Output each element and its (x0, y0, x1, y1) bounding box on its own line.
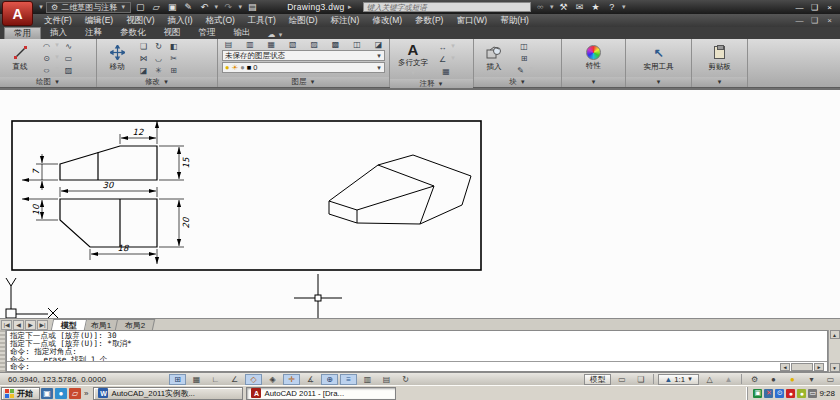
tab-layout2[interactable]: 布局2 (115, 319, 156, 330)
dimension-button[interactable]: ↔ (436, 42, 449, 53)
ribbon-tab-output[interactable]: 输出 (225, 27, 260, 39)
menu-format[interactable]: 格式(O) (206, 15, 235, 27)
annotation-auto-scale-button[interactable]: ▲ (720, 374, 737, 385)
layer-freeze-button[interactable]: ▦ (265, 40, 278, 49)
quick-view-layouts-button[interactable]: ▭ (613, 374, 630, 385)
command-scroll-down-button[interactable]: ▼ (830, 363, 840, 372)
layer-prev-button[interactable]: ◫ (351, 40, 364, 49)
prev-tab-button[interactable]: ◀ (13, 320, 24, 330)
print-button[interactable]: ▤ (245, 1, 259, 13)
application-menu-button[interactable]: A (2, 1, 33, 26)
status-menu-caret-icon[interactable]: ▾ (803, 374, 820, 385)
copy-button[interactable]: ❏ (137, 41, 150, 52)
menu-help[interactable]: 帮助(H) (500, 15, 529, 27)
layer-walk-button[interactable]: ◪ (372, 40, 385, 49)
selection-cycling-toggle[interactable]: ↻ (397, 374, 414, 385)
properties-button[interactable]: 特性 (568, 44, 620, 72)
app-menu-caret-icon[interactable]: ▾ (38, 3, 44, 11)
ellipse-button[interactable]: ○ (37, 65, 55, 76)
clean-screen-button[interactable]: ▭ (822, 374, 839, 385)
rectangle-button[interactable]: ▭ (62, 53, 75, 64)
leader-button[interactable]: ∠ (436, 54, 449, 65)
favorites-icon[interactable]: ★ (589, 1, 603, 13)
hardware-acceleration-icon[interactable]: ● (784, 374, 801, 385)
stretch-button[interactable]: ◧ (167, 41, 180, 52)
insert-button[interactable]: 插入 (476, 44, 512, 73)
ribbon-tab-annotate[interactable]: 注释 (76, 27, 111, 39)
hatch-button[interactable]: ▨ (62, 65, 75, 76)
polyline-button[interactable]: ∿ (62, 41, 75, 52)
lwt-toggle[interactable]: ≡ (340, 374, 357, 385)
command-history[interactable]: 指定下一点或 [放弃(U)]: 30 指定下一点或 [放弃(U)]: *取消* … (7, 331, 827, 361)
mtext-button[interactable]: A 多行文字 ▾ (392, 40, 434, 78)
first-tab-button[interactable]: |◀ (1, 320, 12, 330)
tray-icon-1[interactable]: ▣ (753, 389, 762, 398)
fillet-button[interactable]: ◡ (152, 53, 165, 64)
command-scroll-right-button[interactable]: ▶ (814, 363, 824, 371)
grid-toggle[interactable]: ▦ (188, 374, 205, 385)
layer-isolate-button[interactable]: ▥ (243, 40, 256, 49)
command-scroll-thumb[interactable] (791, 363, 813, 371)
ducs-toggle[interactable]: ∡ (302, 374, 319, 385)
communication-icon[interactable]: ✉ (573, 1, 587, 13)
ribbon-tab-insert[interactable]: 插入 (41, 27, 76, 39)
circle-button[interactable]: ⊙ (40, 53, 53, 64)
menu-tools[interactable]: 工具(T) (248, 15, 276, 27)
command-scroll-up-button[interactable]: ▲ (830, 330, 840, 339)
line-button[interactable]: 直线 (2, 44, 38, 73)
toolbar-lock-button[interactable]: ● (765, 374, 782, 385)
close-button[interactable]: × (822, 2, 837, 13)
block-write-caret-icon[interactable]: ▾ (528, 65, 534, 76)
ribbon-tab-view[interactable]: 视图 (155, 27, 190, 39)
help-caret-icon[interactable]: ▾ (621, 3, 627, 11)
menu-draw[interactable]: 绘图(D) (289, 15, 318, 27)
menu-dimension[interactable]: 标注(N) (331, 15, 360, 27)
menu-insert[interactable]: 插入(I) (168, 15, 193, 27)
ortho-toggle[interactable]: ∟ (207, 374, 224, 385)
help-button[interactable]: ? (605, 1, 619, 13)
redo-button[interactable]: ↷ (221, 1, 235, 13)
paste-button[interactable]: 剪贴板 (697, 44, 743, 73)
new-button[interactable]: ▢ (133, 1, 147, 13)
snap-toggle[interactable]: ⊞ (169, 374, 186, 385)
array-button[interactable]: ⊞ (167, 65, 180, 76)
osnap3d-toggle[interactable]: ◈ (264, 374, 281, 385)
menu-window[interactable]: 窗口(W) (456, 15, 487, 27)
erase-button[interactable]: ◪ (137, 65, 150, 76)
restore-button[interactable]: ❏ (807, 2, 822, 13)
explode-button[interactable]: ✳ (152, 65, 165, 76)
minimize-button[interactable]: — (792, 2, 807, 13)
menu-modify[interactable]: 修改(M) (372, 15, 402, 27)
layer-lock-button[interactable]: ▨ (308, 40, 321, 49)
quick-view-drawings-button[interactable]: ❏ (632, 374, 649, 385)
leader-caret-icon[interactable]: ▾ (450, 54, 456, 65)
layer-match-button[interactable]: ▩ (329, 40, 342, 49)
subscription-icon[interactable]: ⚒ (557, 1, 571, 13)
table-button[interactable]: ▦ (436, 66, 456, 77)
doc-restore-button[interactable]: ❏ (807, 16, 822, 26)
task-button-autocad[interactable]: A AutoCAD 2011 - [Dra... (246, 387, 396, 400)
workspace-switching-button[interactable]: ⚙ (746, 374, 763, 385)
workspace-switcher[interactable]: ⚙ 二维草图与注释 ▾ (46, 2, 131, 13)
menu-parametric[interactable]: 参数(P) (415, 15, 443, 27)
command-vertical-scrollbar[interactable]: ▲ ▼ (828, 330, 840, 372)
command-scroll-left-button[interactable]: ◀ (780, 363, 790, 371)
command-text-area[interactable]: 指定下一点或 [放弃(U)]: 30 指定下一点或 [放弃(U)]: *取消* … (6, 330, 828, 372)
panel-properties-label[interactable]: ▾ (562, 77, 625, 87)
dyn-toggle[interactable]: ⊕ (321, 374, 338, 385)
annotation-scale-button[interactable]: ▲ 1:1 ▾ (658, 374, 699, 385)
tray-display-icon[interactable]: ▭ (808, 389, 817, 398)
quick-properties-toggle[interactable]: ▤ (378, 374, 395, 385)
search-icon[interactable]: ○○ (533, 1, 547, 13)
open-button[interactable]: ▱ (149, 1, 163, 13)
move-button[interactable]: 移动 (99, 44, 135, 73)
arc-caret-icon[interactable]: ▾ (54, 41, 60, 52)
panel-utilities-label[interactable]: ▾ (626, 77, 691, 87)
quick-launch-browser-icon[interactable]: ● (55, 388, 67, 399)
mirror-button[interactable]: ⋈ (137, 53, 150, 64)
block-attribute-button[interactable]: ⊞ (514, 53, 534, 64)
utilities-button[interactable]: ↖ 实用工具 (631, 44, 687, 73)
transparency-toggle[interactable]: ▥ (359, 374, 376, 385)
arc-button[interactable]: ◠ (40, 41, 53, 52)
ribbon-tab-manage[interactable]: 管理 (190, 27, 225, 39)
